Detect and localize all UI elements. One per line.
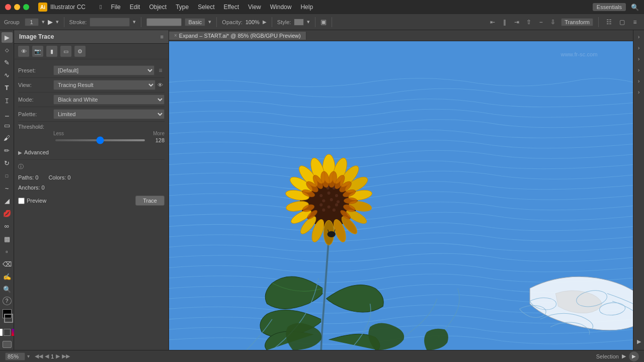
preset-menu-icon[interactable]: ≡	[156, 66, 165, 74]
prev-page-icon[interactable]: ◀	[45, 353, 49, 359]
align-bottom-icon[interactable]: ⇩	[548, 17, 558, 27]
trace-button[interactable]: Trace	[135, 196, 165, 206]
chevron-down-icon[interactable]: ▾	[42, 19, 45, 25]
help-tool[interactable]: ?	[3, 297, 12, 305]
maximize-button[interactable]	[23, 4, 29, 10]
sidebar-collapse-1[interactable]: ›	[634, 32, 643, 41]
stroke-none[interactable]	[4, 329, 11, 336]
expand-icon[interactable]: ▮	[46, 46, 57, 57]
hand-tool[interactable]: ✍	[2, 272, 13, 282]
touch-type-tool[interactable]: T̲	[2, 95, 13, 106]
menu-object[interactable]: Object	[149, 4, 167, 11]
threshold-slider[interactable]	[55, 139, 145, 141]
align-center-icon[interactable]: ‖	[500, 17, 510, 27]
camera-icon[interactable]: 📷	[32, 46, 43, 57]
curvature-tool[interactable]: ∿	[2, 70, 13, 80]
sidebar-collapse-6[interactable]: ›	[634, 87, 643, 97]
type-tool[interactable]: T	[2, 82, 13, 93]
menu-select[interactable]: Select	[198, 4, 214, 11]
first-page-icon[interactable]: ◀◀	[35, 353, 43, 359]
mode-dropdown[interactable]: Black and White	[53, 95, 165, 105]
group-number[interactable]: 1	[25, 18, 39, 26]
layout-icon[interactable]: ▢	[617, 17, 627, 27]
menu-effect[interactable]: Effect	[224, 4, 239, 11]
draw-mode[interactable]	[3, 341, 12, 348]
menu-apple[interactable]: 	[100, 4, 102, 11]
sidebar-collapse-3[interactable]: ›	[634, 54, 643, 63]
opacity-value[interactable]: 100%	[246, 19, 260, 25]
arrange-icon[interactable]: ▣	[320, 18, 327, 26]
gradient-tool[interactable]: ◢	[2, 196, 13, 206]
menu-edit[interactable]: Edit	[130, 4, 140, 11]
zoom-input[interactable]	[5, 352, 25, 360]
scale-tool[interactable]: □	[2, 170, 13, 181]
chevron-down-icon-2[interactable]: ▾	[56, 19, 59, 25]
grid-icon[interactable]: ☷	[604, 17, 614, 27]
paint-brush-tool[interactable]: 🖌	[2, 133, 13, 143]
next-page-icon[interactable]: ▶	[56, 353, 60, 359]
artboard-tool[interactable]: ▫	[2, 246, 13, 257]
align-top-icon[interactable]: ⇧	[524, 17, 534, 27]
preset-dropdown[interactable]: [Default]	[53, 65, 154, 75]
rect-tool[interactable]: ▭	[2, 120, 13, 131]
stroke-chevron[interactable]: ▾	[133, 19, 136, 25]
svg-point-8	[330, 198, 333, 201]
slice-tool[interactable]: ⌫	[2, 259, 13, 269]
view-dropdown[interactable]: Tracing Result	[53, 80, 155, 90]
play-button[interactable]: ▶	[629, 351, 639, 361]
fill-white[interactable]	[0, 329, 3, 336]
canvas-inner[interactable]: www.fr-sc.com	[169, 41, 633, 350]
dropdown-chevron[interactable]: ▾	[208, 19, 211, 25]
stroke-color[interactable]	[4, 314, 13, 323]
artboard-nav-icon[interactable]: ▶	[622, 353, 626, 359]
main-toolbar: Group 1 ▾ ▶ ▾ Stroke: ▾ Basic ▾ Opacity:…	[0, 14, 644, 30]
zoom-tool[interactable]: 🔍	[2, 284, 13, 295]
selection-tool[interactable]: ▶	[2, 32, 13, 43]
direct-select-tool[interactable]: ◇	[2, 45, 13, 55]
warp-tool[interactable]: ~	[2, 183, 13, 194]
tool-mode-icon[interactable]: ▶	[48, 18, 53, 26]
align-left-icon[interactable]: ⇤	[488, 17, 498, 27]
close-button[interactable]	[5, 4, 11, 10]
search-icon[interactable]: 🔍	[631, 4, 639, 11]
opacity-more-icon[interactable]: ▶	[263, 19, 267, 25]
line-tool[interactable]: ⎯	[2, 108, 13, 118]
menu-file[interactable]: File	[111, 4, 120, 11]
transform-button[interactable]: Transform	[561, 18, 593, 26]
canvas-tab[interactable]: × Expand – START.ai* @ 85% (RGB/GPU Prev…	[169, 32, 306, 40]
advanced-toggle[interactable]: ▶ Advanced	[18, 147, 165, 157]
canvas-area: × Expand – START.ai* @ 85% (RGB/GPU Prev…	[169, 30, 633, 350]
tab-close-icon[interactable]: ×	[174, 33, 177, 38]
essentials-button[interactable]: Essentials	[593, 3, 626, 11]
eye-toggle-icon[interactable]: 👁	[155, 80, 165, 89]
sidebar-play-icon[interactable]: ▶	[634, 337, 643, 346]
pencil-tool[interactable]: ✏	[2, 145, 13, 156]
eyedropper-tool[interactable]: 💋	[2, 208, 13, 219]
sidebar-collapse-5[interactable]: ›	[634, 76, 643, 85]
pen-tool[interactable]: ✎	[2, 57, 13, 68]
menu-help[interactable]: Help	[300, 4, 313, 11]
sidebar-collapse-2[interactable]: ›	[634, 43, 643, 52]
minimize-button[interactable]	[14, 4, 20, 10]
settings-icon[interactable]: ⚙	[74, 46, 86, 57]
stroke-field[interactable]	[90, 18, 130, 27]
blend-tool[interactable]: ∞	[2, 221, 13, 231]
align-middle-icon[interactable]: −	[536, 17, 546, 27]
basic-dropdown[interactable]: Basic	[185, 18, 205, 26]
menu-view[interactable]: View	[248, 4, 261, 11]
zoom-dropdown-icon[interactable]: ▾	[27, 353, 30, 359]
menu-type[interactable]: Type	[176, 4, 189, 11]
release-icon[interactable]: ▭	[60, 46, 71, 57]
panel-menu-icon[interactable]: ≡	[160, 34, 164, 40]
last-page-icon[interactable]: ▶▶	[62, 353, 70, 359]
preview-checkbox[interactable]	[18, 198, 25, 204]
chart-tool[interactable]: ▩	[2, 234, 13, 244]
more-icon[interactable]: ≡	[630, 17, 640, 27]
style-chevron[interactable]: ▾	[307, 19, 310, 25]
align-right-icon[interactable]: ⇥	[512, 17, 522, 27]
eye-icon[interactable]: 👁	[18, 46, 29, 57]
menu-window[interactable]: Window	[270, 4, 292, 11]
rotate-tool[interactable]: ↻	[2, 158, 13, 168]
sidebar-collapse-4[interactable]: ›	[634, 65, 643, 74]
palette-dropdown[interactable]: Limited	[53, 109, 165, 119]
